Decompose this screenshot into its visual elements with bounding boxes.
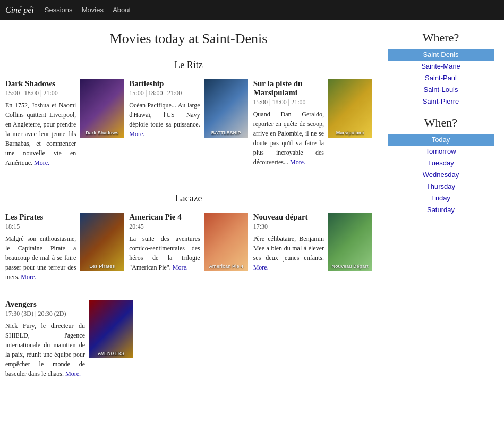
movie-dark-shadows: Dark Shadows 15:00 | 18:00 | 21:00 En 17… <box>5 79 124 177</box>
battleship-times: 15:00 | 18:00 | 21:00 <box>129 89 200 97</box>
avengers-poster: AVENGERS <box>89 300 133 358</box>
avengers-desc: Nick Fury, le directeur du SHIELD, l'age… <box>5 321 85 378</box>
les-pirates-desc: Malgré son enthousiasme, le Capitaine Pi… <box>5 234 76 282</box>
sidebar-day-friday-link[interactable]: Friday <box>431 194 450 202</box>
sidebar-location-saint-denis[interactable]: Saint-Denis <box>388 49 494 61</box>
sidebar-location-saint-louis-link[interactable]: Saint-Louis <box>423 86 458 94</box>
movie-marsipulami: Sur la piste du Marsipulami 15:00 | 18:0… <box>253 79 372 177</box>
nouveau-depart-times: 17:30 <box>253 223 324 231</box>
movie-entry-american-pie-4: American Pie 4 20:45 La suite des aventu… <box>129 213 247 272</box>
marsipulami-more[interactable]: More. <box>290 158 305 166</box>
main-content: Movies today at Saint-Denis Le Ritz Dark… <box>0 20 382 405</box>
les-pirates-poster: Les Pirates <box>80 213 124 271</box>
marsipulami-text: Sur la piste du Marsipulami 15:00 | 18:0… <box>253 79 328 167</box>
layout: Movies today at Saint-Denis Le Ritz Dark… <box>0 20 504 405</box>
sidebar-day-thursday-link[interactable]: Thursday <box>426 182 455 190</box>
dark-shadows-desc: En 1752, Joshua et Naomi Collins quitten… <box>5 100 76 167</box>
movie-entry-nouveau-depart: Nouveau départ 17:30 Père célibataire, B… <box>253 213 372 272</box>
sidebar-day-today[interactable]: Today <box>388 134 494 146</box>
marsipulami-poster: Marsipulami <box>328 79 372 138</box>
sidebar-where-title: Where? <box>388 31 494 45</box>
movie-entry-marsipulami: Sur la piste du Marsipulami 15:00 | 18:0… <box>253 79 372 167</box>
les-pirates-times: 18:15 <box>5 223 76 231</box>
nav-about[interactable]: About <box>113 6 131 14</box>
sidebar-day-thursday[interactable]: Thursday <box>388 181 494 192</box>
movie-nouveau-depart: Nouveau départ 17:30 Père célibataire, B… <box>253 213 372 291</box>
sidebar-location-sainte-marie-link[interactable]: Sainte-Marie <box>421 62 460 70</box>
cinema-le-ritz-title: Le Ritz <box>5 60 372 71</box>
sidebar-day-tuesday[interactable]: Tuesday <box>388 157 494 169</box>
header: Ciné péi Sessions Movies About <box>0 0 504 20</box>
sidebar-day-friday[interactable]: Friday <box>388 192 494 204</box>
sidebar-location-saint-pierre-link[interactable]: Saint-Pierre <box>423 97 459 105</box>
sidebar: Where? Saint-Denis Sainte-Marie Saint-Pa… <box>382 20 499 235</box>
movie-battleship: Battleship 15:00 | 18:00 | 21:00 Océan P… <box>129 79 247 177</box>
movie-les-pirates: Les Pirates 18:15 Malgré son enthousiasm… <box>5 213 124 291</box>
battleship-more[interactable]: More. <box>129 130 144 138</box>
sidebar-day-tuesday-link[interactable]: Tuesday <box>428 159 454 167</box>
marsipulami-times: 15:00 | 18:00 | 21:00 <box>253 98 324 106</box>
battleship-desc: Océan Pacifique... Au large d'Hawaï, l'U… <box>129 100 200 139</box>
movie-american-pie-4: American Pie 4 20:45 La suite des aventu… <box>129 213 247 291</box>
avengers-times: 17:30 (3D) | 20:30 (2D) <box>5 310 85 318</box>
sidebar-location-saint-paul[interactable]: Saint-Paul <box>388 72 494 84</box>
nouveau-depart-more[interactable]: More. <box>253 264 269 271</box>
american-pie-4-desc: La suite des aventures comico-sentimenta… <box>129 234 200 272</box>
battleship-title: Battleship <box>129 79 200 88</box>
dark-shadows-poster: Dark Shadows <box>80 79 124 138</box>
le-ritz-movies-row: Dark Shadows 15:00 | 18:00 | 21:00 En 17… <box>5 79 372 177</box>
dark-shadows-times: 15:00 | 18:00 | 21:00 <box>5 89 76 97</box>
les-pirates-more[interactable]: More. <box>21 273 36 281</box>
sidebar-day-saturday[interactable]: Saturday <box>388 204 494 216</box>
brand-logo: Ciné péi <box>5 5 34 15</box>
sidebar-day-saturday-link[interactable]: Saturday <box>427 206 455 214</box>
movie-avengers: Avengers 17:30 (3D) | 20:30 (2D) Nick Fu… <box>5 300 133 378</box>
dark-shadows-title: Dark Shadows <box>5 79 76 88</box>
sidebar-location-saint-pierre[interactable]: Saint-Pierre <box>388 96 494 107</box>
sidebar-location-saint-louis[interactable]: Saint-Louis <box>388 84 494 96</box>
cinema-lacaze: Lacaze Les Pirates 18:15 Malgré son enth… <box>5 193 372 378</box>
sidebar-day-today-link[interactable]: Today <box>432 136 450 144</box>
nouveau-depart-text: Nouveau départ 17:30 Père célibataire, B… <box>253 213 328 272</box>
sidebar-day-wednesday[interactable]: Wednesday <box>388 169 494 181</box>
marsipulami-desc: Quand Dan Geraldo, reporter en quête de … <box>253 110 324 167</box>
movie-entry-les-pirates: Les Pirates 18:15 Malgré son enthousiasm… <box>5 213 124 282</box>
nouveau-depart-desc: Père célibataire, Benjamin Mee a bien du… <box>253 234 324 272</box>
marsipulami-title: Sur la piste du Marsipulami <box>253 79 324 97</box>
sidebar-when-title: When? <box>388 116 494 130</box>
movie-entry-battleship: Battleship 15:00 | 18:00 | 21:00 Océan P… <box>129 79 247 139</box>
dark-shadows-more[interactable]: More. <box>34 159 49 166</box>
cinema-lacaze-title: Lacaze <box>5 193 372 204</box>
nouveau-depart-poster: Nouveau Départ <box>328 213 372 271</box>
nouveau-depart-title: Nouveau départ <box>253 213 324 222</box>
lacaze-movies-row-1: Les Pirates 18:15 Malgré son enthousiasm… <box>5 213 372 291</box>
page-title: Movies today at Saint-Denis <box>5 31 372 47</box>
nav-movies[interactable]: Movies <box>82 6 104 14</box>
sidebar-locations-list: Saint-Denis Sainte-Marie Saint-Paul Sain… <box>388 49 494 107</box>
sidebar-location-saint-denis-link[interactable]: Saint-Denis <box>423 50 458 58</box>
battleship-poster: BATTLESHIP <box>204 79 248 138</box>
main-nav: Sessions Movies About <box>45 6 138 14</box>
sidebar-day-tomorrow[interactable]: Tomorrow <box>388 146 494 157</box>
avengers-text: Avengers 17:30 (3D) | 20:30 (2D) Nick Fu… <box>5 300 89 378</box>
sidebar-days-list: Today Tomorrow Tuesday Wednesday Thursda… <box>388 134 494 216</box>
nav-sessions[interactable]: Sessions <box>45 6 73 14</box>
sidebar-location-saint-paul-link[interactable]: Saint-Paul <box>425 74 457 82</box>
american-pie-4-poster: American Pie 4 <box>204 213 248 271</box>
american-pie-4-more[interactable]: More. <box>173 264 188 271</box>
cinema-le-ritz: Le Ritz Dark Shadows 15:00 | 18:00 | 21:… <box>5 60 372 177</box>
sidebar-day-tomorrow-link[interactable]: Tomorrow <box>425 147 456 155</box>
movie-entry-dark-shadows: Dark Shadows 15:00 | 18:00 | 21:00 En 17… <box>5 79 124 167</box>
avengers-more[interactable]: More. <box>65 370 81 377</box>
american-pie-4-title: American Pie 4 <box>129 213 200 222</box>
battleship-text: Battleship 15:00 | 18:00 | 21:00 Océan P… <box>129 79 204 139</box>
les-pirates-title: Les Pirates <box>5 213 76 222</box>
avengers-title: Avengers <box>5 300 85 309</box>
les-pirates-text: Les Pirates 18:15 Malgré son enthousiasm… <box>5 213 80 282</box>
american-pie-4-text: American Pie 4 20:45 La suite des aventu… <box>129 213 204 272</box>
dark-shadows-text: Dark Shadows 15:00 | 18:00 | 21:00 En 17… <box>5 79 80 167</box>
sidebar-location-sainte-marie[interactable]: Sainte-Marie <box>388 61 494 72</box>
sidebar-day-wednesday-link[interactable]: Wednesday <box>423 171 459 179</box>
american-pie-4-times: 20:45 <box>129 223 200 231</box>
